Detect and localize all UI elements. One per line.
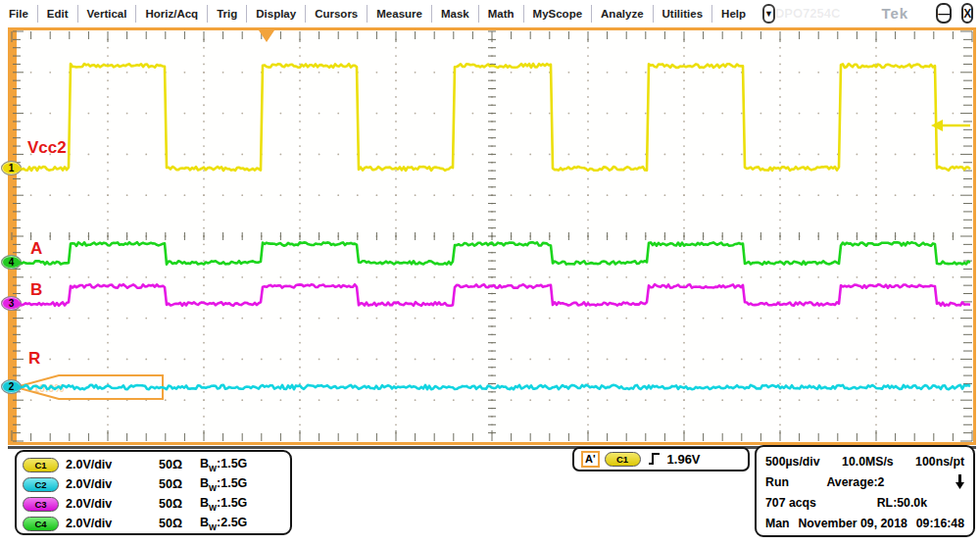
waveform-display bbox=[8, 27, 976, 445]
channel-row-c2: C2 2.0V/div 50Ω BW:1.5G bbox=[23, 474, 284, 494]
menu-cursors[interactable]: Cursors bbox=[305, 5, 367, 23]
c2-impedance: 50Ω bbox=[159, 477, 200, 491]
close-button[interactable]: X bbox=[961, 3, 973, 24]
channel-badge-1[interactable]: 1 bbox=[1, 161, 22, 175]
trigger-a-tag[interactable]: A' bbox=[581, 451, 600, 468]
menu-mask[interactable]: Mask bbox=[431, 5, 478, 23]
channel-badge-4[interactable]: 4 bbox=[1, 255, 22, 270]
menu-analyze[interactable]: Analyze bbox=[591, 5, 652, 23]
time-value: 09:16:48 bbox=[916, 517, 964, 530]
c2-channel-button[interactable]: C2 bbox=[23, 477, 59, 492]
c4-scale: 2.0V/div bbox=[66, 517, 159, 530]
c2-scale: 2.0V/div bbox=[66, 477, 159, 491]
timebase-row: 500µs/div 10.0MS/s 100ns/pt bbox=[765, 451, 964, 471]
record-length: RL:50.0k bbox=[877, 496, 927, 510]
date-value: November 09, 2018 bbox=[798, 517, 906, 530]
trigger-mode: Man bbox=[765, 517, 790, 530]
vertical-settings-panel: C1 2.0V/div 50Ω BW:1.5G C2 2.0V/div 50Ω … bbox=[15, 450, 292, 535]
trigger-level-value: 1.96V bbox=[667, 452, 701, 467]
channel-badge-2[interactable]: 2 bbox=[1, 379, 22, 394]
c1-scale: 2.0V/div bbox=[66, 458, 159, 471]
channel-row-c4: C4 2.0V/div 50Ω BW:2.5G bbox=[23, 514, 284, 533]
model-watermark: DPO7254C bbox=[775, 6, 840, 21]
c1-channel-button[interactable]: C1 bbox=[23, 458, 59, 472]
menu-vertical[interactable]: Vertical bbox=[77, 5, 136, 23]
menu-bar: File Edit Vertical Horiz/Acq Trig Displa… bbox=[0, 0, 980, 26]
menu-edit[interactable]: Edit bbox=[37, 5, 77, 23]
c4-bandwidth: BW:2.5G bbox=[200, 516, 247, 532]
menu-trig[interactable]: Trig bbox=[207, 5, 246, 23]
horizontal-acq-panel: 500µs/div 10.0MS/s 100ns/pt Run Average:… bbox=[755, 445, 975, 537]
resolution: 100ns/pt bbox=[915, 455, 964, 469]
run-state: Run bbox=[765, 475, 789, 489]
acqs-row: 707 acqs RL:50.0k bbox=[765, 492, 964, 513]
c3-scale: 2.0V/div bbox=[66, 497, 159, 511]
c3-bandwidth: BW:1.5G bbox=[200, 496, 247, 513]
menu-file[interactable]: File bbox=[0, 5, 37, 23]
menu-horiz-acq[interactable]: Horiz/Acq bbox=[135, 5, 207, 23]
trace-label-a: A bbox=[30, 239, 42, 259]
chevron-down-icon: ▼ bbox=[764, 9, 773, 19]
c2-bandwidth: BW:1.5G bbox=[200, 476, 247, 493]
menu-utilities[interactable]: Utilities bbox=[653, 5, 712, 23]
c1-impedance: 50Ω bbox=[159, 458, 200, 471]
oscilloscope-app: File Edit Vertical Horiz/Acq Trig Displa… bbox=[0, 0, 980, 545]
trace-label-b: B bbox=[30, 280, 42, 300]
channel-row-c1: C1 2.0V/div 50Ω BW:1.5G bbox=[23, 455, 284, 474]
c3-channel-button[interactable]: C3 bbox=[23, 497, 59, 512]
c4-channel-button[interactable]: C4 bbox=[23, 517, 59, 531]
channel-row-c3: C3 2.0V/div 50Ω BW:1.5G bbox=[23, 494, 284, 514]
channel-badge-3[interactable]: 3 bbox=[1, 296, 22, 311]
arrow-down-icon bbox=[956, 473, 964, 490]
acquisition-row: Run Average:2 bbox=[765, 471, 964, 492]
trace-label-r: R bbox=[28, 349, 40, 369]
c4-impedance: 50Ω bbox=[159, 517, 200, 530]
menu-myscope[interactable]: MyScope bbox=[523, 5, 592, 23]
tek-logo: Tek bbox=[881, 5, 908, 22]
datetime-row: Man November 09, 2018 09:16:48 bbox=[765, 513, 964, 533]
minimize-icon: — bbox=[938, 7, 950, 21]
c1-bandwidth: BW:1.5G bbox=[200, 457, 247, 473]
acqs-count: 707 acqs bbox=[765, 496, 816, 510]
c3-impedance: 50Ω bbox=[159, 497, 200, 511]
rising-edge-slope-icon bbox=[646, 451, 662, 468]
menu-display[interactable]: Display bbox=[246, 5, 305, 23]
close-icon: X bbox=[963, 7, 971, 21]
sample-rate: 10.0MS/s bbox=[842, 455, 894, 469]
timebase-value: 500µs/div bbox=[765, 455, 820, 469]
average-mode: Average:2 bbox=[826, 475, 884, 489]
minimize-button[interactable]: — bbox=[936, 3, 952, 24]
menu-help[interactable]: Help bbox=[711, 5, 755, 23]
menu-math[interactable]: Math bbox=[478, 5, 523, 23]
trigger-readout-panel: A' C1 1.96V bbox=[572, 447, 750, 471]
trace-label-vcc2: Vcc2 bbox=[27, 138, 67, 158]
menu-dropdown-button[interactable]: ▼ bbox=[762, 4, 775, 24]
menu-measure[interactable]: Measure bbox=[367, 5, 431, 23]
trigger-source-c1-pill[interactable]: C1 bbox=[605, 452, 641, 467]
